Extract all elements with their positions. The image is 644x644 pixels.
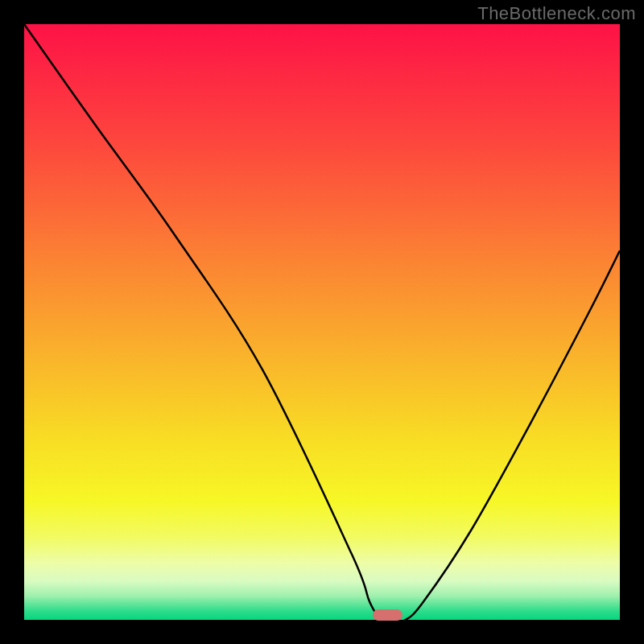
optimal-point-marker: [373, 609, 402, 621]
plot-area: [24, 24, 620, 620]
chart-frame: TheBottleneck.com: [0, 0, 644, 644]
bottleneck-curve: [24, 24, 620, 620]
watermark-text: TheBottleneck.com: [477, 3, 636, 24]
bottleneck-curve-path: [24, 24, 620, 620]
